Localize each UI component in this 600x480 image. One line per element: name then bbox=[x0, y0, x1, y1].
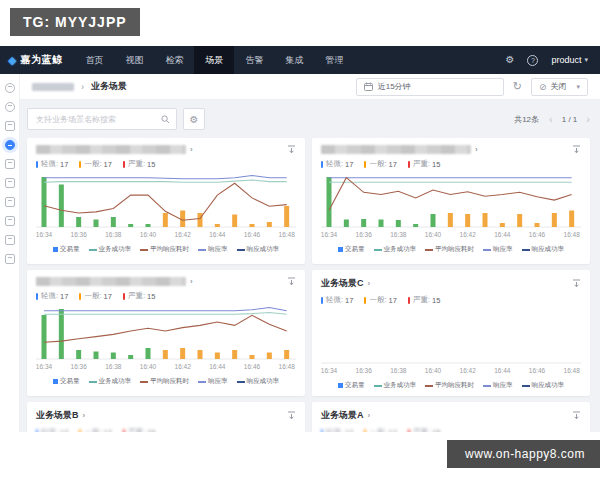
nav-item-4[interactable]: 场景 bbox=[194, 46, 234, 74]
legend-item[interactable]: 业务成功率 bbox=[374, 245, 417, 254]
nav-item-3[interactable]: 检索 bbox=[154, 46, 194, 74]
nav-item-6[interactable]: 集成 bbox=[274, 46, 314, 74]
legend-item[interactable]: 业务成功率 bbox=[89, 245, 132, 254]
scene-card-header[interactable]: › bbox=[36, 277, 296, 286]
legend-item[interactable]: 响应率 bbox=[198, 245, 228, 254]
legend-swatch bbox=[53, 379, 58, 384]
severity-badge-light: 轻微:17 bbox=[321, 295, 353, 305]
legend-label: 交易量 bbox=[345, 245, 365, 254]
legend-item[interactable]: 业务成功率 bbox=[374, 381, 417, 390]
severity-badges: 轻微:17一般:17严重:15 bbox=[36, 427, 296, 432]
scene-card-header[interactable]: › bbox=[321, 145, 581, 154]
severity-value: 15 bbox=[432, 296, 440, 305]
severity-label: 一般: bbox=[369, 295, 386, 305]
pin-top-icon[interactable] bbox=[572, 279, 581, 288]
chart-container: 16:3416:3616:3816:4016:4216:4416:4616:48 bbox=[321, 173, 581, 245]
severity-value: 17 bbox=[104, 428, 112, 433]
legend-item[interactable]: 响应成功率 bbox=[522, 381, 565, 390]
sidebar-icon-5[interactable] bbox=[5, 159, 15, 169]
product-dropdown[interactable]: product ▾ bbox=[551, 55, 588, 65]
legend-item[interactable]: 响应成功率 bbox=[522, 245, 565, 254]
legend-item[interactable]: 响应成功率 bbox=[237, 377, 280, 386]
pin-top-icon[interactable] bbox=[287, 145, 296, 154]
sidebar-icon-8[interactable] bbox=[5, 216, 15, 226]
svg-text:16:40: 16:40 bbox=[140, 363, 157, 370]
severity-marker-mid bbox=[79, 429, 81, 433]
legend-item[interactable]: 业务成功率 bbox=[89, 377, 132, 386]
sidebar-icon-3[interactable] bbox=[5, 121, 15, 131]
sidebar-icon-10[interactable] bbox=[5, 254, 15, 264]
legend-label: 交易量 bbox=[60, 245, 80, 254]
scene-card-header[interactable]: 业务场景C› bbox=[321, 277, 581, 290]
legend-label: 业务成功率 bbox=[99, 245, 132, 254]
severity-value: 17 bbox=[345, 428, 353, 433]
severity-label: 严重: bbox=[128, 159, 145, 169]
page-prev-icon[interactable]: ‹ bbox=[549, 114, 553, 125]
search-icon[interactable] bbox=[161, 115, 170, 124]
sidebar-icon-1[interactable] bbox=[5, 83, 15, 93]
legend-swatch bbox=[89, 381, 97, 383]
sidebar-icon-6[interactable] bbox=[5, 178, 15, 188]
svg-text:16:36: 16:36 bbox=[71, 363, 88, 370]
pin-top-icon[interactable] bbox=[572, 145, 581, 154]
pin-top-icon[interactable] bbox=[287, 411, 296, 420]
sidebar-icon-4[interactable] bbox=[5, 140, 15, 150]
pin-top-icon[interactable] bbox=[572, 411, 581, 420]
time-range-picker[interactable]: 近15分钟 bbox=[356, 78, 504, 96]
severity-value: 17 bbox=[60, 292, 68, 301]
severity-marker-light bbox=[36, 429, 38, 433]
legend-swatch bbox=[522, 249, 530, 251]
scene-card-header[interactable]: 业务场景B› bbox=[36, 409, 296, 422]
refresh-icon[interactable]: ↻ bbox=[513, 81, 522, 92]
legend-item[interactable]: 平均响应耗时 bbox=[425, 245, 474, 254]
legend-item[interactable]: 平均响应耗时 bbox=[140, 245, 189, 254]
severity-badge-mid: 一般:17 bbox=[364, 427, 396, 432]
nav-item-7[interactable]: 管理 bbox=[314, 46, 354, 74]
nav-item-5[interactable]: 告警 bbox=[234, 46, 274, 74]
nav-item-2[interactable]: 视图 bbox=[114, 46, 154, 74]
legend-label: 平均响应耗时 bbox=[150, 377, 189, 386]
severity-badge-mid: 一般:17 bbox=[364, 295, 396, 305]
legend-item[interactable]: 交易量 bbox=[338, 245, 365, 254]
legend-item[interactable]: 交易量 bbox=[338, 381, 365, 390]
severity-marker-mid bbox=[364, 429, 366, 433]
severity-badge-light: 轻微:17 bbox=[36, 291, 68, 301]
scene-card-header[interactable]: 业务场景A› bbox=[321, 409, 581, 422]
legend-item[interactable]: 响应率 bbox=[198, 377, 228, 386]
legend-swatch bbox=[140, 381, 148, 383]
svg-text:16:38: 16:38 bbox=[390, 367, 407, 374]
sidebar-icon-7[interactable] bbox=[5, 197, 15, 207]
severity-badge-high: 严重:15 bbox=[408, 159, 440, 169]
chart-container: 16:3416:3616:3816:4016:4216:4416:4616:48 bbox=[36, 173, 296, 245]
gear-icon[interactable]: ⚙ bbox=[505, 55, 514, 65]
legend-label: 平均响应耗时 bbox=[435, 381, 474, 390]
legend-label: 交易量 bbox=[345, 381, 365, 390]
legend-item[interactable]: 响应率 bbox=[483, 381, 513, 390]
scene-card: ›轻微:17一般:17严重:1516:3416:3616:3816:4016:4… bbox=[27, 270, 305, 396]
legend-item[interactable]: 响应率 bbox=[483, 245, 513, 254]
search-input[interactable] bbox=[34, 114, 157, 125]
legend-item[interactable]: 响应成功率 bbox=[237, 245, 280, 254]
search-settings-button[interactable]: ⚙ bbox=[183, 108, 205, 130]
legend-item[interactable]: 交易量 bbox=[53, 377, 80, 386]
page-next-icon[interactable]: › bbox=[586, 114, 590, 125]
sidebar-icon-9[interactable] bbox=[5, 235, 15, 245]
pin-top-icon[interactable] bbox=[287, 277, 296, 286]
app-logo[interactable]: ◆ 嘉为蓝鲸 bbox=[0, 53, 74, 67]
legend-item[interactable]: 平均响应耗时 bbox=[425, 381, 474, 390]
severity-value: 17 bbox=[60, 428, 68, 433]
severity-badge-mid: 一般:17 bbox=[79, 291, 111, 301]
legend-swatch bbox=[237, 381, 245, 383]
main-content: ⚙ 共12条 ‹ 1 / 1 › ›轻微:17一般:17严重:1516:3416… bbox=[20, 100, 600, 432]
svg-text:16:40: 16:40 bbox=[425, 367, 442, 374]
scene-card-header[interactable]: › bbox=[36, 145, 296, 154]
nav-item-1[interactable]: 首页 bbox=[74, 46, 114, 74]
svg-text:16:42: 16:42 bbox=[175, 363, 192, 370]
legend-item[interactable]: 交易量 bbox=[53, 245, 80, 254]
legend-item[interactable]: 平均响应耗时 bbox=[140, 377, 189, 386]
breadcrumb-parent-redacted[interactable] bbox=[32, 83, 74, 91]
help-icon[interactable]: ? bbox=[527, 55, 538, 66]
sidebar-icon-2[interactable] bbox=[5, 102, 15, 112]
auto-refresh-select[interactable]: ⊘ 关闭 ▾ bbox=[531, 78, 588, 96]
severity-label: 严重: bbox=[128, 427, 145, 432]
